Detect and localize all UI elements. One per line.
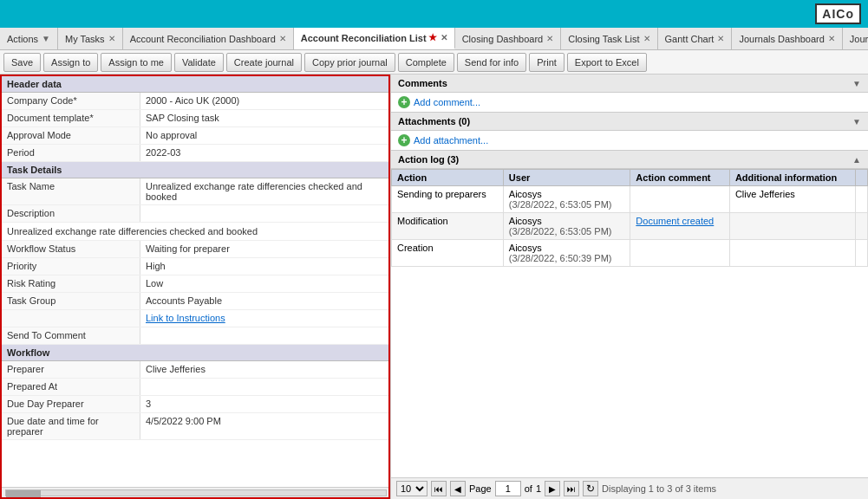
header-data-section: Header data bbox=[2, 76, 388, 93]
h-scroll-thumb[interactable] bbox=[6, 490, 41, 497]
nav-tab-actions[interactable]: Actions ▼ bbox=[0, 28, 58, 49]
row-extra-cell bbox=[856, 213, 868, 240]
table-row: Sending to preparersAicosys(3/28/2022, 6… bbox=[392, 186, 868, 213]
nav-tab-ar-dashboard[interactable]: Account Reconciliation Dashboard ✕ bbox=[123, 28, 294, 49]
action-log-collapse-btn[interactable]: ▲ bbox=[852, 155, 861, 165]
doc-link[interactable]: Document created bbox=[636, 216, 714, 226]
add-comment-link[interactable]: Add comment... bbox=[414, 97, 480, 107]
user-name: Aicosys bbox=[509, 189, 542, 199]
closing-task-close-icon[interactable]: ✕ bbox=[643, 34, 650, 43]
nav-tab-my-tasks[interactable]: My Tasks ✕ bbox=[58, 28, 123, 49]
add-comment-row: + Add comment... bbox=[391, 93, 868, 112]
workflow-status-row: Workflow Status Waiting for preparer bbox=[2, 241, 388, 258]
description-label: Description bbox=[2, 205, 140, 222]
company-code-value: 2000 - Aico UK (2000) bbox=[140, 93, 388, 109]
nav-tab-gantt[interactable]: Gantt Chart ✕ bbox=[658, 28, 733, 49]
risk-rating-value: Low bbox=[140, 275, 388, 292]
gantt-close-icon[interactable]: ✕ bbox=[717, 34, 724, 43]
add-attachment-icon[interactable]: + bbox=[398, 134, 410, 146]
description-value-cell bbox=[140, 205, 388, 222]
nav-tabs: Actions ▼ My Tasks ✕ Account Reconciliat… bbox=[0, 28, 868, 50]
task-name-row: Task Name Unrealized exchange rate diffe… bbox=[2, 178, 388, 205]
period-label: Period bbox=[2, 145, 140, 161]
nav-tab-closing-task-list[interactable]: Closing Task List ✕ bbox=[561, 28, 657, 49]
add-comment-icon[interactable]: + bbox=[398, 96, 410, 108]
complete-button[interactable]: Complete bbox=[398, 53, 454, 72]
priority-label: Priority bbox=[2, 258, 140, 275]
workflow-status-label: Workflow Status bbox=[2, 241, 140, 257]
page-input[interactable] bbox=[495, 481, 521, 496]
task-group-value: Accounts Payable bbox=[140, 293, 388, 309]
export-to-excel-button[interactable]: Export to Excel bbox=[567, 53, 647, 72]
due-date-preparer-row: Due date and time for preparer 4/5/2022 … bbox=[2, 413, 388, 440]
refresh-btn[interactable]: ↻ bbox=[583, 481, 598, 496]
priority-row: Priority High bbox=[2, 258, 388, 275]
add-attachment-link[interactable]: Add attachment... bbox=[414, 135, 488, 146]
h-scroll-track[interactable] bbox=[5, 489, 387, 496]
doc-template-label: Document template* bbox=[2, 110, 140, 126]
comment-cell: Document created bbox=[630, 213, 730, 240]
preparer-label: Preparer bbox=[2, 361, 140, 378]
prepared-at-row: Prepared At bbox=[2, 379, 388, 396]
action-cell: Modification bbox=[392, 213, 504, 240]
create-journal-button[interactable]: Create journal bbox=[226, 53, 302, 72]
action-log-table: Action User Action comment Additional in… bbox=[391, 169, 868, 267]
ar-list-star-icon: ★ bbox=[428, 32, 437, 43]
user-date: (3/28/2022, 6:53:05 PM) bbox=[509, 199, 612, 210]
action-table-container[interactable]: Action User Action comment Additional in… bbox=[391, 169, 868, 477]
attachments-collapse-btn[interactable]: ▼ bbox=[852, 117, 861, 126]
assign-to-me-button[interactable]: Assign to me bbox=[101, 53, 172, 72]
task-group-label: Task Group bbox=[2, 293, 140, 309]
closing-dashboard-close-icon[interactable]: ✕ bbox=[546, 34, 553, 43]
period-value: 2022-03 bbox=[140, 145, 388, 161]
due-date-preparer-label: Due date and time for preparer bbox=[2, 413, 140, 439]
ar-list-close-icon[interactable]: ✕ bbox=[441, 33, 447, 42]
last-page-btn[interactable]: ⏭ bbox=[564, 481, 579, 496]
send-to-comment-input[interactable] bbox=[146, 330, 383, 340]
col-action: Action bbox=[392, 170, 504, 186]
main-content: Header data Company Code* 2000 - Aico UK… bbox=[0, 75, 868, 499]
link-instructions-link[interactable]: Link to Instructions bbox=[140, 310, 388, 327]
workflow-status-value: Waiting for preparer bbox=[140, 241, 388, 257]
validate-button[interactable]: Validate bbox=[174, 53, 224, 72]
nav-tab-journals-dashboard[interactable]: Journals Dashboard ✕ bbox=[732, 28, 842, 49]
send-to-comment-value[interactable] bbox=[140, 327, 388, 344]
comments-collapse-btn[interactable]: ▼ bbox=[852, 79, 861, 88]
send-to-comment-label: Send To Comment bbox=[2, 327, 140, 344]
col-extra bbox=[856, 170, 868, 186]
due-day-preparer-label: Due Day Preparer bbox=[2, 396, 140, 412]
comments-title: Comments bbox=[398, 78, 447, 88]
nav-tab-ar-list[interactable]: Account Reconciliation List ★ ✕ bbox=[294, 28, 455, 49]
page-label: Page bbox=[469, 483, 492, 494]
action-cell: Sending to preparers bbox=[392, 186, 504, 213]
approval-mode-value: No approval bbox=[140, 127, 388, 144]
task-group-row: Task Group Accounts Payable bbox=[2, 293, 388, 310]
send-for-info-button[interactable]: Send for info bbox=[457, 53, 526, 72]
link-instructions-row: Link to Instructions bbox=[2, 310, 388, 327]
per-page-select[interactable]: 10 25 50 bbox=[396, 481, 427, 496]
actions-dropdown-icon[interactable]: ▼ bbox=[42, 34, 50, 43]
company-code-row: Company Code* 2000 - Aico UK (2000) bbox=[2, 93, 388, 110]
next-page-btn[interactable]: ▶ bbox=[545, 481, 560, 496]
col-additional: Additional information bbox=[729, 170, 855, 186]
left-scroll-area[interactable]: Header data Company Code* 2000 - Aico UK… bbox=[2, 76, 388, 487]
assign-to-button[interactable]: Assign to bbox=[43, 53, 98, 72]
print-button[interactable]: Print bbox=[529, 53, 565, 72]
description-text: Unrealized exchange rate differencies ch… bbox=[2, 223, 388, 241]
journals-dashboard-close-icon[interactable]: ✕ bbox=[828, 34, 835, 43]
attachments-section: Attachments (0) ▼ + Add attachment... bbox=[391, 113, 868, 151]
save-button[interactable]: Save bbox=[3, 53, 41, 72]
col-user: User bbox=[503, 170, 630, 186]
my-tasks-close-icon[interactable]: ✕ bbox=[108, 34, 115, 43]
prepared-at-value bbox=[140, 379, 388, 395]
first-page-btn[interactable]: ⏮ bbox=[431, 481, 447, 496]
risk-rating-row: Risk Rating Low bbox=[2, 275, 388, 293]
horizontal-scrollbar[interactable] bbox=[2, 487, 388, 497]
nav-tab-journals-list[interactable]: Journals List ✕ bbox=[843, 28, 868, 49]
add-attachment-row: + Add attachment... bbox=[391, 131, 868, 150]
task-details-section: Task Details bbox=[2, 162, 388, 178]
copy-prior-journal-button[interactable]: Copy prior journal bbox=[304, 53, 395, 72]
nav-tab-closing-dashboard[interactable]: Closing Dashboard ✕ bbox=[455, 28, 562, 49]
prev-page-btn[interactable]: ◀ bbox=[450, 481, 466, 496]
ar-dashboard-close-icon[interactable]: ✕ bbox=[279, 34, 286, 43]
